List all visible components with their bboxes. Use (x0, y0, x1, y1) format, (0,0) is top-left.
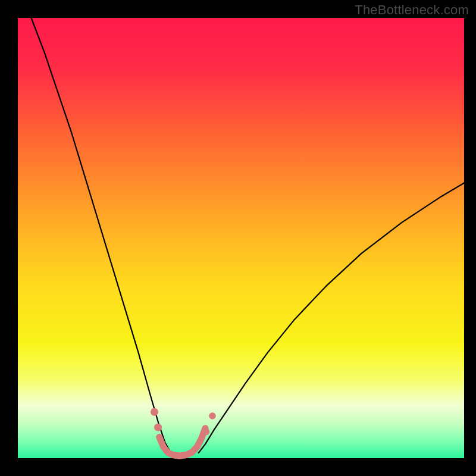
watermark-label: TheBottleneck.com (355, 2, 469, 18)
marker-dot (209, 412, 216, 419)
marker-dot (151, 408, 158, 416)
marker-dot (203, 428, 210, 436)
chart-frame: TheBottleneck.com (0, 0, 476, 476)
marker-dot (154, 424, 162, 431)
chart-canvas (0, 0, 476, 476)
plot-background (18, 18, 464, 458)
